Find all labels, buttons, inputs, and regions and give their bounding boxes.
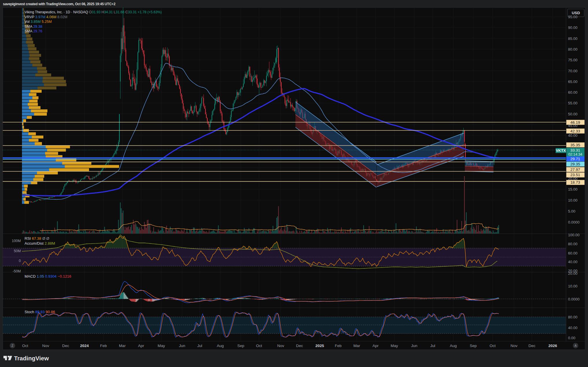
svg-text:Nov: Nov [511, 344, 517, 348]
svg-text:60.00: 60.00 [568, 251, 578, 255]
svg-text:savepiginvest created with Tra: savepiginvest created with TradingView.c… [3, 2, 116, 6]
svg-text:Aug: Aug [450, 344, 457, 348]
svg-text:Mar: Mar [119, 344, 126, 348]
svg-text:20.00: 20.00 [568, 271, 578, 276]
svg-text:60.00: 60.00 [568, 90, 578, 95]
svg-text:Jul: Jul [197, 344, 202, 348]
svg-text:40.00: 40.00 [568, 260, 578, 264]
svg-text:15.00: 15.00 [568, 187, 578, 191]
svg-text:50.00: 50.00 [568, 112, 578, 116]
svg-text:27.97: 27.97 [570, 167, 580, 172]
svg-text:Oct: Oct [489, 344, 495, 348]
svg-text:100.00: 100.00 [568, 233, 580, 237]
svg-text:Z: Z [12, 344, 14, 347]
svg-text:29.71: 29.71 [570, 157, 580, 161]
svg-text:Oct: Oct [22, 344, 28, 348]
svg-text:USD: USD [572, 11, 580, 15]
svg-text:80.00: 80.00 [568, 47, 578, 51]
svg-text:Jun: Jun [411, 344, 417, 348]
svg-text:65.00: 65.00 [568, 80, 578, 84]
svg-text:2026: 2026 [548, 344, 557, 348]
svg-text:0.0000: 0.0000 [568, 220, 580, 224]
svg-text:35.35: 35.35 [570, 143, 580, 147]
svg-text:Dec: Dec [296, 344, 303, 348]
svg-text:TradingView: TradingView [14, 355, 49, 362]
svg-text:Apr: Apr [372, 344, 379, 348]
svg-text:SMA 29.76: SMA 29.76 [25, 29, 42, 33]
svg-text:Feb: Feb [335, 344, 341, 348]
svg-text:Aug: Aug [217, 344, 224, 348]
svg-text:Nov: Nov [42, 344, 49, 348]
svg-text:10.00: 10.00 [568, 198, 578, 202]
svg-text:Nov: Nov [277, 344, 284, 348]
svg-text:May: May [158, 344, 165, 348]
svg-text:29.35: 29.35 [570, 162, 580, 166]
svg-text:Dec: Dec [528, 344, 535, 348]
svg-text:40.00: 40.00 [568, 133, 578, 138]
svg-text:23.51: 23.51 [570, 173, 580, 177]
svg-text:Stoch 89.83 90.86: Stoch 89.83 90.86 [25, 310, 55, 314]
svg-text:Jul: Jul [430, 344, 435, 348]
svg-text:2024: 2024 [80, 344, 89, 348]
svg-text:Mar: Mar [353, 344, 360, 348]
svg-text:Sep: Sep [237, 344, 244, 348]
svg-text:0: 0 [19, 259, 21, 263]
svg-text:VKTX: VKTX [556, 148, 566, 153]
svg-text:RSI 67.38 Ø Ø: RSI 67.38 Ø Ø [25, 236, 49, 241]
svg-text:18.73: 18.73 [570, 180, 580, 185]
svg-text:MACD 1.05 0.9304 −0.1216: MACD 1.05 0.9304 −0.1216 [25, 274, 71, 279]
svg-text:100M: 100M [12, 239, 21, 243]
svg-text:VRVP 3.97M 4.06M 8.02M: VRVP 3.97M 4.06M 8.02M [25, 15, 67, 19]
svg-text:5.00: 5.00 [568, 209, 575, 213]
svg-text:SMA 29.38: SMA 29.38 [25, 25, 42, 29]
svg-text:Apr: Apr [138, 344, 144, 348]
svg-text:75.00: 75.00 [568, 58, 578, 62]
svg-text:80.00: 80.00 [568, 242, 578, 246]
svg-text:10.00: 10.00 [568, 284, 578, 288]
svg-text:Dec: Dec [62, 344, 69, 348]
svg-text:A: A [574, 344, 576, 347]
svg-text:-50M: -50M [13, 269, 21, 273]
svg-text:33.31: 33.31 [570, 148, 580, 152]
svg-text:80.00: 80.00 [568, 315, 578, 319]
svg-text:Jun: Jun [179, 344, 185, 348]
svg-text:Sep: Sep [470, 344, 477, 348]
svg-text:May: May [391, 344, 398, 348]
svg-text:70.00: 70.00 [568, 69, 578, 73]
svg-text:85.00: 85.00 [568, 36, 578, 41]
svg-text:90.00: 90.00 [568, 25, 578, 30]
svg-text:Feb: Feb [100, 344, 107, 348]
svg-text:Viking Therapeutics, Inc. · 1D: Viking Therapeutics, Inc. · 1D · NASDAQ … [25, 10, 162, 14]
svg-text:55.00: 55.00 [568, 101, 578, 105]
svg-text:Oct: Oct [256, 344, 262, 348]
svg-text:0.0000: 0.0000 [568, 297, 580, 301]
svg-text:2025: 2025 [315, 344, 324, 348]
svg-text:Accum/Dist 2.88M: Accum/Dist 2.88M [25, 241, 55, 246]
svg-text:Vol 3.85M 5.25M: Vol 3.85M 5.25M [25, 20, 52, 24]
svg-text:50M: 50M [14, 249, 21, 253]
svg-text:42.33: 42.33 [570, 129, 580, 133]
svg-text:46.19: 46.19 [570, 120, 580, 125]
svg-text:02:14:34: 02:14:34 [568, 152, 583, 156]
svg-text:40.00: 40.00 [568, 326, 578, 330]
svg-text:0.00: 0.00 [568, 336, 575, 340]
